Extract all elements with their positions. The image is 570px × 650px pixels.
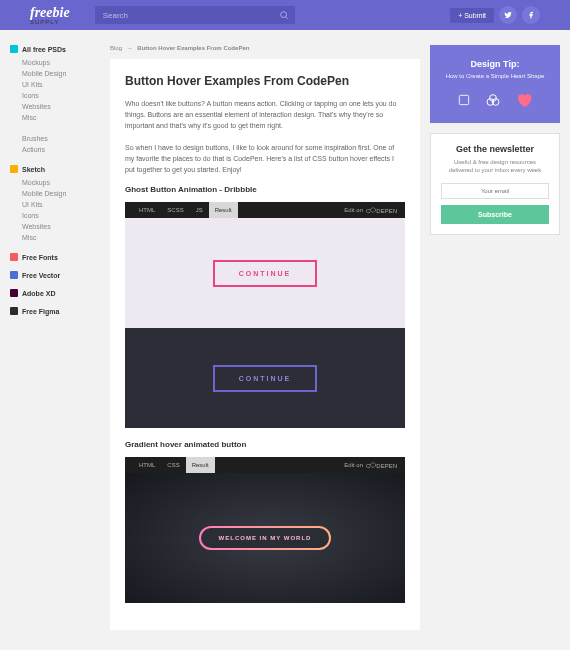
twitter-icon: [504, 11, 512, 19]
codepen-logo: CDEPEN: [366, 462, 397, 469]
article: Button Hover Examples From CodePen Who d…: [110, 59, 420, 630]
edit-on-codepen[interactable]: Edit onCDEPEN: [344, 207, 397, 214]
chevron-right-icon: →: [127, 45, 133, 51]
pen-tab-result[interactable]: Result: [209, 202, 238, 218]
edit-label: Edit on: [344, 462, 363, 468]
sidebar-head-free-figma[interactable]: Free Figma: [10, 307, 90, 315]
sidebar-item-icons[interactable]: Icons: [10, 90, 90, 101]
newsletter-email-input[interactable]: [441, 183, 549, 199]
sidebar-item-misc[interactable]: Misc: [10, 232, 90, 243]
sidebar-item-ui-kits[interactable]: UI Kits: [10, 79, 90, 90]
sidebar-item-misc[interactable]: Misc: [10, 112, 90, 123]
sidebar-head-sketch[interactable]: Sketch: [10, 165, 90, 173]
svg-marker-2: [371, 207, 376, 212]
continue-button-dark[interactable]: CONTINUE: [213, 365, 318, 392]
sidebar-item-actions[interactable]: Actions: [10, 144, 90, 155]
aside: Design Tip: How to Create a Simple Heart…: [430, 45, 560, 630]
topbar: freebie SUPPLY + Submit: [0, 0, 570, 30]
sidebar-head-label: Sketch: [22, 166, 45, 173]
subscribe-button[interactable]: Subscribe: [441, 205, 549, 224]
crumb-current: Button Hover Examples From CodePen: [137, 45, 249, 51]
submit-button[interactable]: + Submit: [450, 8, 494, 23]
tip-subtitle: How to Create a Simple Heart Shape: [440, 73, 550, 79]
pen-tab-result[interactable]: Result: [186, 457, 215, 473]
sidebar-head-label: Free Fonts: [22, 254, 58, 261]
svg-rect-4: [459, 95, 468, 104]
breadcrumb: Blog → Button Hover Examples From CodePe…: [110, 45, 420, 51]
codepen-embed-1: HTMLSCSSJSResultEdit onCDEPEN CONTINUE C…: [125, 202, 405, 428]
facebook-icon: [527, 11, 535, 19]
page-title: Button Hover Examples From CodePen: [125, 74, 405, 88]
sidebar-head-label: Adobe XD: [22, 290, 55, 297]
square-icon: [457, 93, 471, 107]
heart-icon: [515, 91, 533, 109]
search-input[interactable]: [95, 6, 295, 24]
pen1-result-light: CONTINUE: [125, 218, 405, 328]
svg-marker-3: [371, 462, 376, 467]
tip-title: Design Tip:: [440, 59, 550, 69]
pen-tab-scss[interactable]: SCSS: [161, 207, 189, 213]
logo-text: freebie: [30, 5, 70, 20]
category-icon: [10, 253, 18, 261]
newsletter-desc: Useful & free design resources delivered…: [441, 158, 549, 175]
edit-label: Edit on: [344, 207, 363, 213]
search-wrap: [95, 6, 295, 24]
svg-line-1: [285, 17, 287, 19]
category-icon: [10, 165, 18, 173]
pen1-result-dark: CONTINUE: [125, 328, 405, 428]
tip-icons: [440, 91, 550, 109]
pen-tab-html[interactable]: HTML: [133, 462, 161, 468]
sidebar-item-mobile-design[interactable]: Mobile Design: [10, 68, 90, 79]
sidebar: All free PSDsMockupsMobile DesignUI Kits…: [0, 30, 100, 645]
sidebar-head-label: All free PSDs: [22, 46, 66, 53]
intro-p2: So when I have to design buttons, I like…: [125, 142, 405, 176]
newsletter-title: Get the newsletter: [441, 144, 549, 154]
category-icon: [10, 45, 18, 53]
pen-tab-html[interactable]: HTML: [133, 207, 161, 213]
edit-on-codepen[interactable]: Edit onCDEPEN: [344, 462, 397, 469]
twitter-button[interactable]: [499, 6, 517, 24]
sidebar-item-mobile-design[interactable]: Mobile Design: [10, 188, 90, 199]
category-icon: [10, 307, 18, 315]
pen2-result: WELCOME IN MY WORLD: [125, 473, 405, 603]
pen-tab-js[interactable]: JS: [190, 207, 209, 213]
subhead-2: Gradient hover animated button: [125, 440, 405, 449]
continue-button-light[interactable]: CONTINUE: [213, 260, 318, 287]
sidebar-head-adobe-xd[interactable]: Adobe XD: [10, 289, 90, 297]
sidebar-item-websites[interactable]: Websites: [10, 221, 90, 232]
svg-point-0: [280, 12, 286, 18]
sidebar-item-ui-kits[interactable]: UI Kits: [10, 199, 90, 210]
sidebar-head-label: Free Vector: [22, 272, 60, 279]
pen2-tabbar: HTMLCSSResultEdit onCDEPEN: [125, 457, 405, 473]
sidebar-head-free-vector[interactable]: Free Vector: [10, 271, 90, 279]
topbar-actions: + Submit: [450, 6, 540, 24]
category-icon: [10, 289, 18, 297]
sidebar-head-all-free-psds[interactable]: All free PSDs: [10, 45, 90, 53]
codepen-logo: CDEPEN: [366, 207, 397, 214]
design-tip-card[interactable]: Design Tip: How to Create a Simple Heart…: [430, 45, 560, 123]
sidebar-item-icons[interactable]: Icons: [10, 210, 90, 221]
cube-icon: [485, 92, 501, 108]
category-icon: [10, 271, 18, 279]
intro-p1: Who doesn't like buttons? A button means…: [125, 98, 405, 132]
pen1-tabbar: HTMLSCSSJSResultEdit onCDEPEN: [125, 202, 405, 218]
sidebar-item-mockups[interactable]: Mockups: [10, 177, 90, 188]
crumb-root[interactable]: Blog: [110, 45, 122, 51]
search-icon: [279, 10, 289, 20]
logo[interactable]: freebie SUPPLY: [30, 5, 70, 25]
newsletter-card: Get the newsletter Useful & free design …: [430, 133, 560, 235]
pen-tab-css[interactable]: CSS: [161, 462, 185, 468]
facebook-button[interactable]: [522, 6, 540, 24]
sidebar-head-free-fonts[interactable]: Free Fonts: [10, 253, 90, 261]
sidebar-item-brushes[interactable]: Brushes: [10, 133, 90, 144]
codepen-embed-2: HTMLCSSResultEdit onCDEPEN WELCOME IN MY…: [125, 457, 405, 603]
gradient-button[interactable]: WELCOME IN MY WORLD: [199, 526, 332, 550]
sidebar-head-label: Free Figma: [22, 308, 59, 315]
gradient-button-label: WELCOME IN MY WORLD: [201, 528, 330, 548]
sidebar-item-websites[interactable]: Websites: [10, 101, 90, 112]
sidebar-item-mockups[interactable]: Mockups: [10, 57, 90, 68]
subhead-1: Ghost Button Animation - Dribbble: [125, 185, 405, 194]
